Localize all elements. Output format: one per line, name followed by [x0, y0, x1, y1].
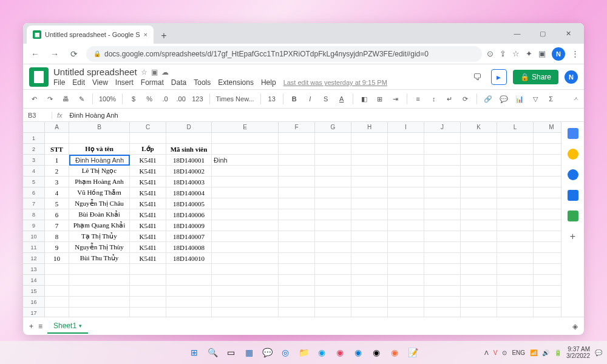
cell-C10[interactable]: K54I1	[130, 231, 166, 242]
cell-A6[interactable]: 4	[45, 187, 69, 198]
cell-F12[interactable]	[279, 253, 315, 264]
taskview-icon[interactable]: ▭	[223, 345, 239, 360]
cell-J14[interactable]	[424, 275, 461, 286]
new-tab-button[interactable]: +	[156, 28, 172, 44]
cell-J10[interactable]	[424, 231, 461, 242]
volume-icon[interactable]: 🔊	[542, 349, 549, 356]
cell-L2[interactable]	[497, 144, 534, 155]
edge-icon[interactable]: ◎	[277, 345, 293, 360]
pinned-app-2[interactable]: ◉	[332, 345, 348, 360]
paint-format-button[interactable]: ✎	[75, 92, 87, 106]
cell-G15[interactable]	[315, 286, 351, 297]
search-taskbar-icon[interactable]: 🔍	[205, 345, 220, 360]
comment-button[interactable]: 💬	[498, 92, 510, 106]
redo-button[interactable]: ↷	[44, 92, 56, 106]
menu-file[interactable]: File	[53, 78, 65, 87]
cloud-icon[interactable]: ☁	[161, 68, 169, 76]
rotate-button[interactable]: ⟳	[459, 92, 472, 106]
cell-E13[interactable]	[212, 264, 279, 275]
currency-button[interactable]: $	[127, 92, 140, 106]
cell-H6[interactable]	[351, 187, 388, 198]
row-header-4[interactable]: 4	[23, 166, 45, 177]
cell-L9[interactable]	[497, 220, 534, 231]
add-sheet-button[interactable]: +	[29, 322, 33, 331]
cell-E15[interactable]	[212, 286, 279, 297]
cell-B9[interactable]: Phạm Quang Khải	[69, 220, 130, 231]
cell-A17[interactable]	[45, 308, 69, 317]
cell-L17[interactable]	[497, 308, 534, 317]
col-header-E[interactable]: E	[212, 122, 279, 133]
cell-D9[interactable]: 18D140009	[166, 220, 212, 231]
cell-M3[interactable]	[534, 155, 561, 166]
decrease-decimal-button[interactable]: .0	[159, 92, 171, 106]
cell-F8[interactable]	[279, 209, 315, 220]
cell-I2[interactable]	[388, 144, 424, 155]
row-header-3[interactable]: 3	[23, 155, 45, 166]
cell-F11[interactable]	[279, 242, 315, 253]
cell-A13[interactable]	[45, 264, 69, 275]
cell-F3[interactable]	[279, 155, 315, 166]
add-panel-icon[interactable]: +	[568, 231, 578, 242]
url-box[interactable]: 🔒 docs.google.com/spreadsheets/d/17gf_Ht…	[86, 46, 482, 62]
cell-K6[interactable]	[461, 187, 497, 198]
cell-D2[interactable]: Mã sinh viên	[166, 144, 212, 155]
menu-view[interactable]: View	[92, 78, 108, 87]
notifications-icon[interactable]: 💬	[595, 349, 602, 356]
cell-D6[interactable]: 18D140004	[166, 187, 212, 198]
cell-F6[interactable]	[279, 187, 315, 198]
cell-B6[interactable]: Vũ Hồng Thắm	[69, 187, 130, 198]
cell-E11[interactable]	[212, 242, 279, 253]
wrap-button[interactable]: ↵	[444, 92, 456, 106]
cell-C15[interactable]	[130, 286, 166, 297]
cell-A1[interactable]	[45, 133, 69, 144]
cell-I15[interactable]	[388, 286, 424, 297]
cell-A8[interactable]: 6	[45, 209, 69, 220]
cell-L8[interactable]	[497, 209, 534, 220]
cell-D11[interactable]: 18D140008	[166, 242, 212, 253]
halign-button[interactable]: ≡	[412, 92, 424, 106]
cell-A7[interactable]: 5	[45, 198, 69, 209]
cell-C9[interactable]: K54I1	[130, 220, 166, 231]
explore-button[interactable]: ◈	[572, 322, 578, 331]
cell-C6[interactable]: K54I1	[130, 187, 166, 198]
cell-L16[interactable]	[497, 297, 534, 308]
cell-I8[interactable]	[388, 209, 424, 220]
cell-K9[interactable]	[461, 220, 497, 231]
cell-E12[interactable]	[212, 253, 279, 264]
apps-icon[interactable]: ▣	[538, 49, 546, 58]
cell-J16[interactable]	[424, 297, 461, 308]
menu-data[interactable]: Data	[171, 78, 186, 87]
col-header-H[interactable]: H	[351, 122, 388, 133]
menu-help[interactable]: Help	[261, 78, 276, 87]
cell-F2[interactable]	[279, 144, 315, 155]
pinned-app-1[interactable]: ◉	[314, 345, 330, 360]
percent-button[interactable]: %	[143, 92, 155, 106]
tasks-icon[interactable]	[568, 169, 578, 180]
row-header-15[interactable]: 15	[23, 286, 45, 297]
formula-input[interactable]: Đinh Hoàng Anh	[67, 112, 584, 119]
cell-M9[interactable]	[534, 220, 561, 231]
cell-F1[interactable]	[279, 133, 315, 144]
cell-B2[interactable]: Họ và tên	[69, 144, 130, 155]
cell-A16[interactable]	[45, 297, 69, 308]
cell-K13[interactable]	[461, 264, 497, 275]
cell-H3[interactable]	[351, 155, 388, 166]
cell-I14[interactable]	[388, 275, 424, 286]
clock[interactable]: 9:37 AM 3/2/2022	[566, 346, 590, 359]
cell-D8[interactable]: 18D140006	[166, 209, 212, 220]
font-select[interactable]: Times New...	[215, 92, 256, 106]
tray-icon-1[interactable]: V	[493, 349, 498, 356]
col-header-G[interactable]: G	[315, 122, 351, 133]
grid-wrap[interactable]: ABCDEFGHIJKLMN12STTHọ và tênLớpMã sinh v…	[23, 122, 561, 317]
text-color-button[interactable]: A	[336, 92, 348, 106]
menu-icon[interactable]: ⋮	[571, 49, 579, 58]
extensions-icon[interactable]: ✦	[526, 49, 532, 58]
cell-G4[interactable]	[315, 166, 351, 177]
col-header-K[interactable]: K	[461, 122, 497, 133]
cell-B17[interactable]	[69, 308, 130, 317]
cell-B13[interactable]	[69, 264, 130, 275]
name-box[interactable]: B3	[23, 112, 52, 119]
profile-avatar[interactable]: N	[552, 47, 565, 61]
col-header-M[interactable]: M	[534, 122, 561, 133]
menu-edit[interactable]: Edit	[72, 78, 85, 87]
